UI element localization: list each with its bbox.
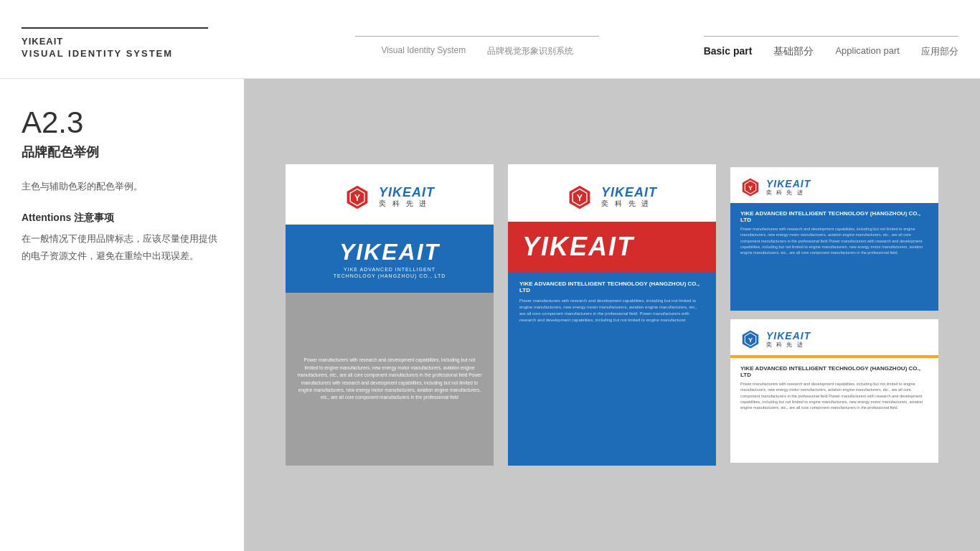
sidebar: A2.3 品牌配色举例 主色与辅助色彩的配色举例。 Attentions 注意事… — [0, 79, 244, 551]
section-desc: 主色与辅助色彩的配色举例。 — [22, 178, 222, 194]
card3a-logo-hex-icon: Y — [740, 177, 760, 197]
header-left-border: YIKEAIT VISUAL IDENTITY SYSTEM — [22, 27, 208, 59]
card2-logo-en: YIKEAIT — [601, 186, 657, 199]
card-1: Y YIKEAIT 奕 科 先 进 YIKEAIT YIKE ADVANCED … — [286, 164, 494, 466]
nav-center-cn: 品牌视觉形象识别系统 — [487, 45, 573, 57]
card3b-section-title: YIKE ADVANCED INTELLIGENT TECHNOLOGY (HA… — [740, 365, 928, 378]
card3b-logo-text: YIKEAIT 奕 科 先 进 — [766, 331, 811, 349]
card3a-logo-text: YIKEAIT 奕 科 先 进 — [766, 179, 811, 197]
section-title: 品牌配色举例 — [22, 143, 222, 161]
nav-app-cn: 应用部分 — [921, 45, 958, 58]
card3b-logo-cn: 奕 科 先 进 — [766, 341, 811, 349]
card1-blue-bar: YIKEAIT YIKE ADVANCED INTELLIGENT TECHNO… — [286, 225, 494, 293]
brand-subtitle: VISUAL IDENTITY SYSTEM — [22, 48, 208, 59]
svg-text:Y: Y — [748, 336, 753, 344]
card2-blue-section: YIKE ADVANCED INTELLIGENT TECHNOLOGY (HA… — [508, 272, 716, 466]
card2-sub-title: YIKE ADVANCED INTELLIGENT TECHNOLOGY (HA… — [519, 281, 705, 293]
card1-logo-en: YIKEAIT — [379, 186, 435, 199]
card3a-logo-cn: 奕 科 先 进 — [766, 189, 811, 197]
card2-body-text: Power manufacturers with research and de… — [519, 298, 705, 324]
header-right: Basic part 基础部分 Application part 应用部分 — [704, 22, 958, 58]
header: YIKEAIT VISUAL IDENTITY SYSTEM Visual Id… — [0, 0, 980, 79]
header-center-border: Visual Identity System 品牌视觉形象识别系统 — [355, 36, 599, 57]
nav-app-en[interactable]: Application part — [835, 45, 900, 58]
card1-sub-text1: YIKE ADVANCED INTELLIGENT — [297, 267, 482, 272]
svg-text:Y: Y — [577, 193, 583, 203]
nav-basic-cn: 基础部分 — [773, 45, 814, 58]
brand-name: YIKEAIT — [22, 36, 208, 47]
card3b-logo-area: Y YIKEAIT 奕 科 先 进 — [730, 319, 938, 355]
card3b-logo-en: YIKEAIT — [766, 331, 811, 341]
attention-desc: 在一般情况下使用品牌标志，应该尽量使用提供的电子资源文件，避免在重绘中出现误差。 — [22, 230, 222, 264]
attention-title: Attentions 注意事项 — [22, 212, 222, 225]
card-3b: Y YIKEAIT 奕 科 先 进 YIKE ADVANCED INTELLIG… — [730, 319, 938, 463]
card2-logo-text: YIKEAIT 奕 科 先 进 — [601, 186, 657, 209]
card2-logo-hex-icon: Y — [567, 184, 593, 210]
card1-logo-cn: 奕 科 先 进 — [379, 199, 435, 209]
content-area: Y YIKEAIT 奕 科 先 进 YIKEAIT YIKE ADVANCED … — [244, 79, 980, 551]
card3b-logo-hex-icon: Y — [740, 329, 760, 349]
logo-hex-icon: Y — [344, 184, 370, 210]
header-left: YIKEAIT VISUAL IDENTITY SYSTEM — [22, 20, 251, 59]
card1-sub-text2: TECHNOLOGY (HANGZHOU) CO., LTD — [297, 273, 482, 278]
card2-logo-area: Y YIKEAIT 奕 科 先 进 — [508, 164, 716, 222]
card-2: Y YIKEAIT 奕 科 先 进 YIKEAIT YIKE ADVANCED … — [508, 164, 716, 466]
nav-center-en: Visual Identity System — [381, 45, 466, 57]
card3a-body-text: Power manufacturers with research and de… — [740, 226, 928, 255]
card3a-logo-en: YIKEAIT — [766, 179, 811, 189]
header-right-border: Basic part 基础部分 Application part 应用部分 — [704, 36, 958, 58]
header-center: Visual Identity System 品牌视觉形象识别系统 — [251, 22, 704, 57]
section-number: A2.3 — [22, 108, 222, 138]
main: A2.3 品牌配色举例 主色与辅助色彩的配色举例。 Attentions 注意事… — [0, 79, 980, 551]
card1-logo-area: Y YIKEAIT 奕 科 先 进 — [286, 164, 494, 225]
card1-body-text: Power manufacturers with research and de… — [297, 357, 482, 401]
card3b-content: YIKE ADVANCED INTELLIGENT TECHNOLOGY (HA… — [730, 358, 938, 463]
card3a-blue-section: YIKE ADVANCED INTELLIGENT TECHNOLOGY (HA… — [730, 203, 938, 311]
card2-red-bar: YIKEAIT — [508, 222, 716, 272]
card3a-section-title: YIKE ADVANCED INTELLIGENT TECHNOLOGY (HA… — [740, 210, 928, 223]
card-3-pair: Y YIKEAIT 奕 科 先 进 YIKE ADVANCED INTELLIG… — [730, 167, 938, 463]
card1-logo-text: YIKEAIT 奕 科 先 进 — [379, 186, 435, 209]
card1-big-name: YIKEAIT — [297, 239, 482, 265]
card2-big-name: YIKEAIT — [522, 232, 702, 262]
nav-basic-en[interactable]: Basic part — [704, 45, 753, 58]
card3a-logo-area: Y YIKEAIT 奕 科 先 进 — [730, 167, 938, 203]
card2-logo-cn: 奕 科 先 进 — [601, 199, 657, 209]
card-3a: Y YIKEAIT 奕 科 先 进 YIKE ADVANCED INTELLIG… — [730, 167, 938, 311]
svg-text:Y: Y — [748, 184, 753, 192]
card1-gray-section: Power manufacturers with research and de… — [286, 293, 494, 466]
svg-text:Y: Y — [354, 193, 361, 203]
card3b-body-text: Power manufacturers with research and de… — [740, 381, 928, 410]
